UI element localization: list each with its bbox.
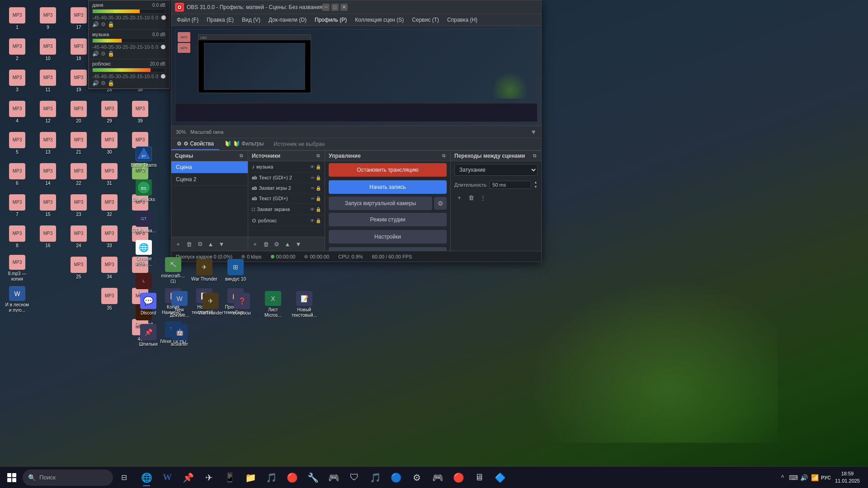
remove-transition-button[interactable]: 🗑 — [466, 192, 476, 202]
close-button[interactable]: ✕ — [340, 4, 348, 11]
desktop-icon[interactable]: MP310 — [33, 35, 63, 65]
tray-keyboard[interactable]: ⌨ — [789, 473, 798, 482]
desktop-icon[interactable]: MP320 — [64, 97, 94, 127]
lock-btn-music[interactable]: 🔒 — [108, 51, 114, 57]
desktop-icon[interactable]: MP38.mp3 — копия — [2, 253, 32, 283]
source-edit-btn-2[interactable]: ✏ — [311, 186, 315, 191]
tray-volume[interactable]: 🔊 — [800, 473, 809, 482]
mute-btn-roblox[interactable]: 🔊 — [92, 80, 99, 86]
chrome-remote-icon[interactable]: 🌐 Chrome Remo... — [129, 238, 159, 268]
start-recording-button[interactable]: Начать запись — [329, 180, 447, 194]
desktop-icon[interactable]: MP332 — [94, 191, 124, 221]
transitions-expand-button[interactable]: ⧉ — [531, 153, 538, 159]
menu-view[interactable]: Вид (V) — [238, 16, 264, 24]
scale-dropdown-icon[interactable]: ▼ — [530, 128, 537, 136]
volume-slider-music[interactable] — [160, 46, 165, 48]
mute-btn-music[interactable]: 🔊 — [92, 51, 99, 57]
taskbar-app-security[interactable]: 🛡 — [344, 468, 364, 488]
gt-icon[interactable]: GT GT Крима... — [129, 207, 159, 237]
desktop-icon[interactable]: MP339 — [125, 97, 155, 127]
settings-btn-roblox[interactable]: ⚙ — [101, 80, 106, 86]
tray-clock[interactable]: 18:59 11.01.2025 — [832, 470, 863, 484]
source-lock-btn-6[interactable]: 🔒 — [316, 218, 321, 223]
menu-edit[interactable]: Правка (Е) — [203, 16, 237, 24]
desktop-icon[interactable]: MP35 — [2, 128, 32, 158]
copy-scene-button[interactable]: ⧉ — [195, 239, 205, 249]
battle-teams-icon[interactable]: BT Battle Teams 2 — [129, 145, 159, 174]
desktop-icon[interactable]: MP37 — [2, 191, 32, 221]
menu-help[interactable]: Справка (H) — [443, 16, 481, 24]
taskbar-app-game[interactable]: 🎮 — [324, 468, 344, 488]
desktop-icon[interactable]: MP330 — [94, 128, 124, 158]
add-transition-button[interactable]: + — [454, 192, 464, 202]
taskbar-app-telegram[interactable]: ✈ — [199, 468, 219, 488]
source-item-music[interactable]: ♪ музыка 👁 🔒 — [248, 161, 325, 173]
scene-up-button[interactable]: ▲ — [206, 239, 216, 249]
desktop-icon[interactable]: MP313 — [33, 128, 63, 158]
task-view-button[interactable]: ⊟ — [114, 468, 134, 488]
settings-btn-danya[interactable]: ⚙ — [101, 21, 106, 28]
taskbar-app-blue[interactable]: 🔵 — [386, 468, 406, 488]
taskbar-search-box[interactable]: 🔍 Поиск — [23, 469, 113, 486]
duration-down-button[interactable]: ▼ — [534, 185, 538, 189]
desktop-icon[interactable]: MP316 — [33, 222, 63, 252]
lock-btn-roblox[interactable]: 🔒 — [108, 80, 114, 86]
new-doc-icon[interactable]: WNew Докуме... — [165, 289, 194, 319]
desktop-icon[interactable]: MP33 — [2, 66, 32, 96]
volume-slider-danya[interactable] — [160, 16, 165, 19]
source-item-screen[interactable]: □ Захват экрана 👁 🔒 — [248, 204, 325, 215]
menu-scene-collection[interactable]: Коллекция сцен (S) — [351, 16, 407, 24]
scene-item-1[interactable]: Сцена — [171, 161, 248, 174]
taskbar-app-display[interactable]: 🖥 — [469, 468, 489, 488]
desktop-icon[interactable]: MP315 — [33, 191, 63, 221]
source-lock-btn-2[interactable]: 🔒 — [316, 175, 321, 180]
duration-up-button[interactable]: ▲ — [534, 180, 538, 184]
taskbar-app-pin[interactable]: 📌 — [178, 468, 198, 488]
stop-stream-button[interactable]: Остановить трансляцию — [329, 163, 447, 177]
source-item-roblox[interactable]: ⊙ роблокс 👁 🔒 — [248, 215, 325, 226]
desktop-icon[interactable]: MP36 — [2, 160, 32, 189]
source-up-button[interactable]: ▲ — [283, 239, 292, 249]
excel-icon[interactable]: XЛист Micros... — [258, 289, 288, 319]
add-scene-button[interactable]: + — [173, 239, 183, 249]
desktop-icon[interactable]: MP324 — [64, 222, 94, 252]
mute-btn-danya[interactable]: 🔊 — [92, 21, 99, 28]
menu-service[interactable]: Сервис (T) — [408, 16, 443, 24]
lock-btn-danya[interactable]: 🔒 — [108, 21, 114, 28]
warthunder-icon[interactable]: ✈War Thunder — [189, 255, 219, 285]
source-item-text[interactable]: ab Текст (GDI+) ✏ 🔒 — [248, 193, 325, 204]
taskbar-app-tool[interactable]: 🔧 — [303, 468, 323, 488]
source-lock-btn-5[interactable]: 🔒 — [316, 207, 321, 212]
add-source-button[interactable]: + — [250, 239, 260, 249]
minecraft-icon[interactable]: ⛏minecraft-...(1) — [158, 255, 188, 285]
remove-source-button[interactable]: 🗑 — [261, 239, 271, 249]
source-lock-btn-4[interactable]: 🔒 — [316, 196, 321, 201]
source-lock-btn[interactable]: 🔒 — [316, 164, 321, 169]
taskbar-app-word[interactable]: W — [157, 468, 177, 488]
warthunder2-icon[interactable]: ✈WarThunder — [196, 289, 226, 319]
taskbar-app-yandex[interactable]: 🔴 — [282, 468, 302, 488]
source-eye-btn[interactable]: 👁 — [310, 164, 315, 169]
settings-btn-music[interactable]: ⚙ — [101, 51, 106, 57]
desktop-icon[interactable]: MP321 — [64, 128, 94, 158]
desktop-icon[interactable]: MP31 — [2, 4, 32, 33]
start-button[interactable] — [2, 468, 22, 488]
volume-slider-roblox[interactable] — [160, 75, 165, 78]
sources-expand-button[interactable]: ⧉ — [315, 153, 321, 159]
aistarter-icon[interactable]: 🤖aiStarter — [165, 320, 194, 350]
desktop-icon[interactable]: MP34 — [2, 97, 32, 127]
virtual-camera-settings-button[interactable]: ⚙ — [434, 197, 447, 210]
source-down-button[interactable]: ▼ — [293, 239, 303, 249]
windows10-icon[interactable]: ⊞виндус 10 — [221, 255, 250, 285]
desktop-icon[interactable]: MP314 — [33, 160, 63, 189]
desktop-icon[interactable]: MP322 — [64, 160, 94, 189]
scenes-expand-button[interactable]: ⧉ — [238, 153, 244, 159]
scene-item-2[interactable]: Сцена 2 — [171, 174, 248, 186]
desktop-icon[interactable]: MP38 — [2, 222, 32, 252]
remove-scene-button[interactable]: 🗑 — [184, 239, 194, 249]
discord-icon[interactable]: 💬Discord — [133, 289, 163, 319]
taskbar-app-music[interactable]: 🎵 — [261, 468, 281, 488]
tab-filters[interactable]: 🔰 🔰 Фильтры — [219, 138, 269, 150]
desktop-icon[interactable]: MP325 — [64, 253, 94, 283]
transition-type-select[interactable]: Затухание — [454, 164, 538, 176]
